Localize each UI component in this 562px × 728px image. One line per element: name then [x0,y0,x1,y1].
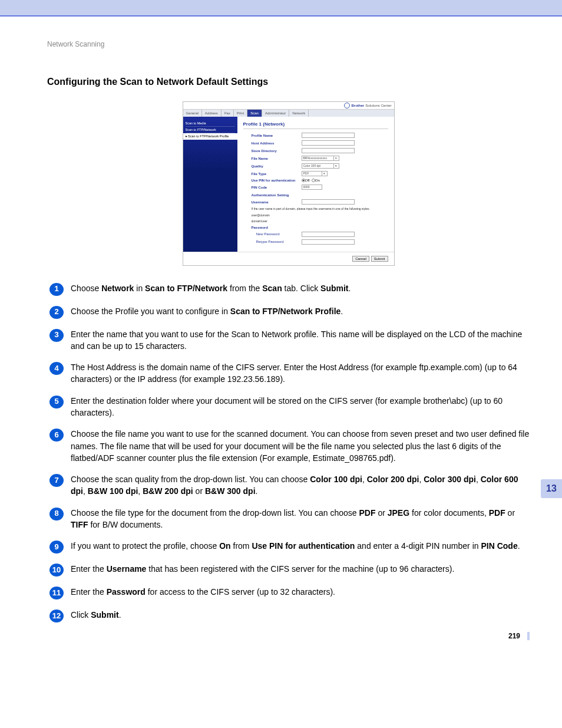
step-item: 8Choose the file type for the document f… [49,507,530,531]
tab-address[interactable]: Address [202,110,222,117]
new-password-input[interactable] [302,232,355,237]
tab-bar: General Address Fax Print Scan Administr… [183,110,394,117]
brand-label: Brother [351,104,364,107]
pin-code-label: PIN Code [252,186,302,189]
step-item: 7Choose the scan quality from the drop-d… [49,473,530,498]
step-item: 1Choose Network in Scan to FTP/Network f… [49,282,530,296]
tab-general[interactable]: General [183,110,202,117]
step-text: Choose the file type for the document fr… [71,507,530,531]
step-item: 10Enter the Username that has been regis… [49,563,530,577]
file-type-input[interactable]: PDF [302,171,322,176]
file-name-input[interactable]: BRNxxxxxxxxxxxx [302,156,334,161]
store-directory-label: Store Directory [252,149,302,153]
step-number: 8 [49,508,64,521]
step-item: 6Choose the file name you want to use fo… [49,428,530,464]
off-label: Off [305,179,310,182]
step-item: 9If you want to protect the profile, cho… [49,540,530,554]
step-text: Enter the destination folder where your … [71,395,530,419]
sidebar-item-media[interactable]: Scan to Media [186,120,235,127]
step-text: Choose the Profile you want to configure… [71,305,530,317]
panel-title: Profile 1 (Network) [243,121,388,129]
on-label: On [315,179,320,182]
step-number: 7 [49,474,64,487]
quality-label: Quality [252,164,302,168]
step-item: 4The Host Address is the domain name of … [49,361,530,386]
sidebar: Scan to Media Scan to FTP/Network ▸ Scan… [183,117,237,252]
step-item: 11Enter the Password for access to the C… [49,586,530,599]
profile-name-input[interactable] [302,133,355,138]
step-number: 6 [49,429,64,442]
step-item: 12Click Submit. [49,609,530,622]
step-number: 12 [49,610,64,622]
file-type-dropdown[interactable]: ▾ [322,171,328,176]
breadcrumb: Network Scanning [47,40,530,48]
pin-code-input[interactable]: 0000 [302,185,322,190]
new-password-label: New Password [252,232,302,236]
step-text: Click Submit. [71,609,530,621]
quality-dropdown[interactable]: ▾ [333,163,339,169]
retype-password-input[interactable] [302,239,355,245]
username-note1: If the user name is part of domain, plea… [252,207,388,211]
header-bar [0,0,562,17]
step-number: 1 [49,283,64,296]
step-item: 3Enter the name that you want to use for… [49,328,530,353]
step-number: 2 [49,306,64,319]
step-text: If you want to protect the profile, choo… [71,540,530,552]
username-input[interactable] [302,199,355,205]
quality-input[interactable]: Color 100 dpi [302,163,334,169]
step-item: 5Enter the destination folder where your… [49,395,530,419]
step-text: The Host Address is the domain name of t… [71,361,530,386]
step-number: 9 [49,541,64,554]
tab-scan[interactable]: Scan [247,110,262,117]
tab-print[interactable]: Print [234,110,247,117]
auth-setting-label: Authentication Setting [252,193,388,197]
step-text: Enter the Password for access to the CIF… [71,586,530,598]
step-text: Enter the name that you want to use for … [71,328,530,353]
step-number: 4 [49,362,64,375]
brand-sub-label: Solutions Center [365,104,391,107]
username-note2: user@domain [252,213,388,218]
host-address-label: Host Address [252,141,302,145]
step-text: Choose Network in Scan to FTP/Network fr… [71,282,530,294]
username-note3: domain\user [252,219,388,223]
step-number: 3 [49,329,64,342]
profile-name-label: Profile Name [252,134,302,137]
username-label: Username [252,200,302,204]
use-pin-label: Use PIN for authentication [252,179,302,182]
step-number: 11 [49,587,64,599]
page-number: 219 [47,632,530,640]
store-directory-input[interactable] [302,148,355,153]
sidebar-item-ftp[interactable]: Scan to FTP/Network [186,127,235,133]
step-text: Choose the scan quality from the drop-do… [71,473,530,498]
tab-network[interactable]: Network [289,110,309,117]
chapter-tab: 13 [541,479,562,498]
step-item: 2Choose the Profile you want to configur… [49,305,530,319]
step-text: Enter the Username that has been registe… [71,563,530,575]
cancel-button[interactable]: Cancel [352,256,369,262]
host-address-input[interactable] [302,140,355,146]
tab-fax[interactable]: Fax [222,110,234,117]
password-label: Password [252,226,388,229]
section-title: Configuring the Scan to Network Default … [47,77,530,87]
file-type-label: File Type [252,172,302,176]
file-name-label: File Name [252,157,302,160]
sidebar-item-profile[interactable]: ▸ Scan to FTP/Network Profile [183,133,237,140]
embedded-screenshot: Brother Solutions Center General Address… [183,101,395,266]
step-text: Choose the file name you want to use for… [71,428,530,464]
retype-password-label: Retype Password [252,240,302,243]
step-list: 1Choose Network in Scan to FTP/Network f… [47,282,530,623]
step-number: 10 [49,564,64,577]
file-name-dropdown[interactable]: ▾ [333,156,339,161]
step-number: 5 [49,396,64,409]
submit-button[interactable]: Submit [371,256,388,262]
tab-administrator[interactable]: Administrator [262,110,289,117]
globe-icon [344,103,350,108]
